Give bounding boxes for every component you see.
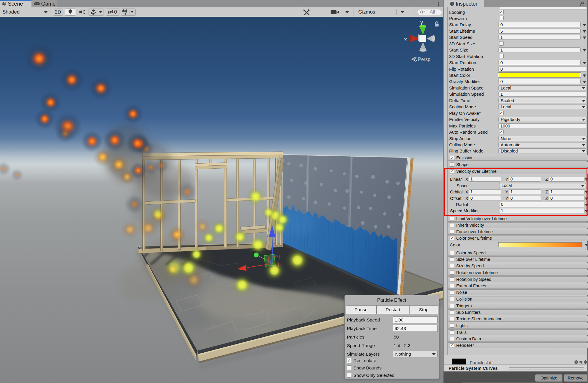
svg-text:Persp: Persp — [418, 57, 430, 62]
svg-text:x: x — [404, 37, 407, 42]
svg-text:?: ? — [575, 361, 577, 364]
svg-text:Y: Y — [124, 11, 127, 15]
svg-text:y: y — [420, 19, 423, 25]
